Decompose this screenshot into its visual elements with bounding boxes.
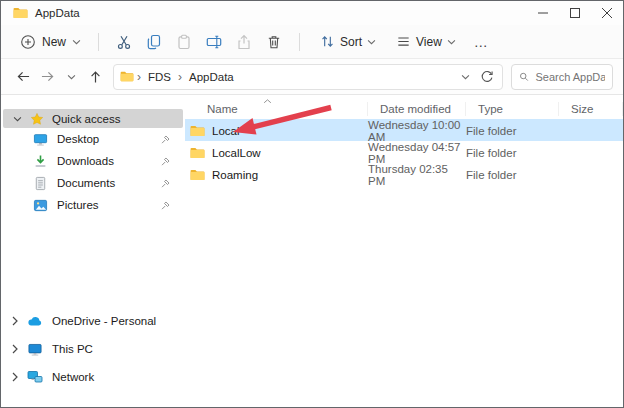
recent-locations-button[interactable] [59,65,83,89]
pin-icon [160,156,171,167]
address-dropdown-icon[interactable] [461,74,470,80]
rename-button[interactable] [200,29,228,55]
breadcrumb-separator: › [134,70,144,84]
sort-button-label: Sort [340,35,362,49]
search-placeholder: Search AppData [535,71,605,83]
rename-icon [206,34,222,50]
address-bar: › FDS › AppData Search AppData [1,59,623,95]
navigation-pane: Quick access Desktop Downloads Documents [1,95,185,407]
column-header-name[interactable]: Name [185,102,368,116]
download-icon [33,154,48,169]
breadcrumb-item-appdata[interactable]: AppData [185,69,238,85]
forward-button[interactable] [35,65,59,89]
close-button[interactable] [591,1,623,25]
share-icon [236,34,252,50]
refresh-icon[interactable] [480,70,494,84]
document-icon [33,176,48,191]
sidebar-item-pictures[interactable]: Pictures [1,194,185,216]
toolbar-divider [299,33,300,51]
paste-button[interactable] [170,29,198,55]
computer-icon [27,342,43,357]
more-options-button[interactable]: … [466,34,497,50]
file-type: File folder [466,147,559,159]
desktop-icon [33,132,48,147]
network-icon [27,370,43,384]
breadcrumb-item-fds[interactable]: FDS [144,69,175,85]
chevron-right-icon[interactable] [11,372,19,382]
sidebar-item-network[interactable]: Network [1,363,185,391]
folder-icon [120,71,134,82]
file-explorer-window: AppData New [0,0,624,408]
pin-icon [160,178,171,189]
pictures-icon [33,198,48,213]
copy-icon [146,34,162,50]
column-header-date-modified[interactable]: Date modified [368,102,466,116]
sort-arrows-icon [320,34,335,49]
search-icon [519,71,529,83]
onedrive-cloud-icon [27,315,43,327]
delete-button[interactable] [260,29,288,55]
chevron-right-icon[interactable] [11,316,19,326]
new-button-label: New [42,35,66,49]
chevron-down-icon [72,39,81,45]
sidebar-item-this-pc[interactable]: This PC [1,335,185,363]
copy-button[interactable] [140,29,168,55]
sidebar-item-label: OneDrive - Personal [52,315,156,327]
toolbar-divider [98,33,99,51]
title-bar: AppData [1,1,623,25]
sidebar-item-label: Pictures [57,199,99,211]
chevron-down-icon[interactable] [13,116,22,122]
sidebar-item-onedrive[interactable]: OneDrive - Personal [1,307,185,335]
column-headers: Name Date modified Type Size [185,99,624,119]
sidebar-spacer [1,216,185,307]
breadcrumb[interactable]: › FDS › AppData [113,64,503,90]
file-name: LocalLow [212,147,261,159]
sidebar-item-documents[interactable]: Documents [1,172,185,194]
up-button[interactable] [83,65,107,89]
sidebar-item-label: Documents [57,177,115,189]
sidebar-item-desktop[interactable]: Desktop [1,128,185,150]
chevron-right-icon[interactable] [11,344,19,354]
file-row-local[interactable]: Local Wednesday 10:00 AM File folder [185,119,623,141]
sidebar-item-label: This PC [52,343,93,355]
view-button-label: View [416,35,442,49]
sidebar-item-label: Desktop [57,133,99,145]
view-button[interactable]: View [390,30,462,53]
column-header-type[interactable]: Type [466,102,559,116]
plus-circle-icon [20,34,36,50]
file-list-pane: Name Date modified Type Size Local Wedne… [185,95,624,407]
new-button[interactable]: New [13,30,88,54]
folder-icon [190,147,205,159]
folder-icon [190,169,205,181]
sidebar-item-quick-access[interactable]: Quick access [3,109,183,128]
folder-icon [190,125,205,137]
chevron-down-icon [367,39,376,45]
view-list-icon [396,34,411,49]
file-row-locallow[interactable]: LocalLow Wednesday 04:57 PM File folder [185,141,623,163]
sidebar-item-label: Quick access [52,113,120,125]
sidebar-item-downloads[interactable]: Downloads [1,150,185,172]
file-name: Roaming [212,169,258,181]
command-bar: New Sort View [1,25,623,59]
share-button[interactable] [230,29,258,55]
minimize-button[interactable] [527,1,559,25]
trash-icon [266,34,282,50]
window-title: AppData [35,7,80,19]
column-header-size[interactable]: Size [559,102,623,116]
star-icon [30,112,44,126]
file-name: Local [212,125,240,137]
clipboard-icon [176,34,192,50]
file-type: File folder [466,169,559,181]
file-row-roaming[interactable]: Roaming Thursday 02:35 PM File folder [185,163,623,185]
file-type: File folder [466,125,559,137]
scissors-icon [116,34,132,50]
sort-button[interactable]: Sort [314,30,382,53]
pin-icon [160,134,171,145]
back-button[interactable] [11,65,35,89]
breadcrumb-separator: › [175,70,185,84]
file-date-modified: Wednesday 10:00 AM [368,119,466,143]
file-date-modified: Thursday 02:35 PM [368,163,466,187]
search-input[interactable]: Search AppData [511,64,613,90]
cut-button[interactable] [110,29,138,55]
maximize-button[interactable] [559,1,591,25]
